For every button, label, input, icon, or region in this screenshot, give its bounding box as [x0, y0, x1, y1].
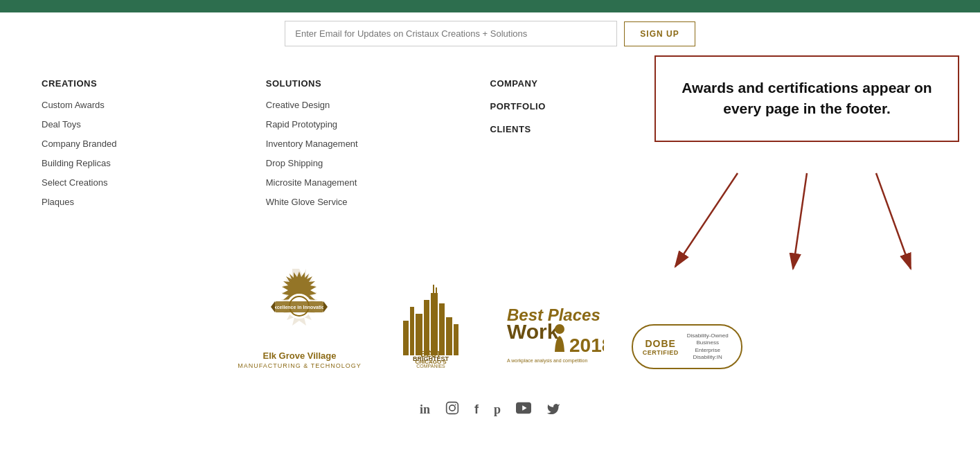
solutions-heading: SOLUTIONS [266, 78, 476, 89]
select-creations-link[interactable]: Select Creations [42, 177, 107, 188]
svg-text:Work: Work [507, 320, 559, 343]
list-item: Select Creations [42, 176, 252, 188]
svg-line-1 [793, 173, 807, 269]
creations-heading: CREATIONS [42, 78, 252, 89]
elk-grove-icon: Excellence in Innovation [254, 263, 344, 346]
creations-col: CREATIONS Custom Awards Deal Toys Compan… [42, 78, 266, 215]
pinterest-icon[interactable]: p [494, 402, 501, 417]
dobe-title: DOBE [643, 338, 679, 349]
youtube-icon[interactable] [516, 402, 531, 418]
arrows-svg [654, 166, 959, 277]
svg-rect-13 [439, 303, 445, 355]
twitter-icon[interactable] [546, 402, 560, 418]
svg-rect-28 [447, 402, 458, 414]
email-bar: SIGN UP [0, 12, 980, 57]
dobe-cert: DOBE CERTIFIED Disability-Owned Business… [632, 324, 742, 369]
annotation-text: Awards and certifications appear on ever… [681, 80, 932, 116]
list-item: White Glove Service [266, 195, 476, 208]
drop-shipping-link[interactable]: Drop Shipping [266, 158, 323, 168]
solutions-list: Creative Design Rapid Prototyping Invent… [266, 98, 476, 208]
list-item: Drop Shipping [266, 157, 476, 169]
svg-rect-8 [403, 321, 409, 355]
svg-rect-10 [416, 314, 422, 355]
building-replicas-link[interactable]: Building Replicas [42, 158, 111, 168]
solutions-col: SOLUTIONS Creative Design Rapid Prototyp… [266, 78, 490, 215]
elk-grove-cert: Excellence in Innovation Elk Grove Villa… [238, 263, 361, 369]
svg-text:A workplace analysis and compe: A workplace analysis and competition [507, 358, 587, 364]
svg-rect-11 [424, 300, 429, 355]
dobe-badge: DOBE CERTIFIED Disability-Owned Business… [632, 324, 742, 369]
svg-text:BRIGHTEST: BRIGHTEST [413, 355, 449, 362]
best-places-icon: Best Places Work 2018 A workplace analys… [500, 300, 604, 369]
creative-design-link[interactable]: Creative Design [266, 100, 330, 110]
svg-text:2018: 2018 [569, 335, 604, 356]
svg-line-2 [876, 173, 911, 269]
signup-button[interactable]: SIGN UP [624, 21, 695, 46]
microsite-management-link[interactable]: Microsite Management [266, 177, 357, 188]
dobe-certified: CERTIFIED [643, 349, 679, 356]
list-item: Custom Awards [42, 98, 252, 111]
elk-grove-subtitle: MANUFACTURING & TECHNOLOGY [238, 362, 361, 369]
email-input[interactable] [285, 21, 617, 46]
svg-text:Excellence in Innovation: Excellence in Innovation [271, 305, 328, 310]
dobe-description: Disability-Owned Business EnterpriseDisa… [684, 332, 731, 362]
svg-line-0 [675, 173, 738, 267]
svg-rect-15 [454, 324, 458, 355]
list-item: Deal Toys [42, 118, 252, 130]
creations-list: Custom Awards Deal Toys Company Branded … [42, 98, 252, 208]
company-branded-link[interactable]: Company Branded [42, 139, 116, 149]
list-item: Plaques [42, 195, 252, 208]
best-places-cert: Best Places Work 2018 A workplace analys… [500, 300, 604, 369]
plaques-link[interactable]: Plaques [42, 197, 74, 207]
list-item: Company Branded [42, 137, 252, 150]
list-item: Creative Design [266, 98, 476, 111]
list-item: Inventory Management [266, 137, 476, 150]
svg-rect-9 [410, 307, 414, 355]
svg-rect-14 [446, 317, 452, 355]
svg-rect-16 [433, 285, 434, 294]
annotation-container: Awards and certifications appear on ever… [654, 55, 959, 142]
social-bar: in f p [0, 390, 980, 432]
svg-point-26 [555, 324, 564, 334]
dobe-left: DOBE CERTIFIED [643, 338, 679, 356]
rapid-prototyping-link[interactable]: Rapid Prototyping [266, 119, 337, 130]
svg-rect-17 [436, 287, 437, 294]
svg-text:COMPANIES: COMPANIES [416, 364, 445, 368]
svg-rect-12 [431, 293, 438, 355]
deal-toys-link[interactable]: Deal Toys [42, 119, 81, 130]
svg-point-29 [449, 405, 455, 411]
page-wrapper: SIGN UP CREATIONS Custom Awards Deal Toy… [0, 0, 980, 432]
facebook-icon[interactable]: f [474, 402, 479, 417]
elk-grove-name: Elk Grove Village [263, 350, 337, 361]
list-item: Rapid Prototyping [266, 118, 476, 130]
linkedin-icon[interactable]: in [420, 402, 430, 417]
chicago-best-cert: CHICAGO'S BEST AND BRIGHTEST COMPANIES [389, 279, 472, 369]
chicago-best-icon: CHICAGO'S BEST AND BRIGHTEST COMPANIES [389, 279, 472, 369]
list-item: Building Replicas [42, 157, 252, 169]
white-glove-service-link[interactable]: White Glove Service [266, 197, 348, 207]
zigzag-bar [0, 0, 980, 12]
list-item: Microsite Management [266, 176, 476, 188]
inventory-management-link[interactable]: Inventory Management [266, 139, 358, 149]
custom-awards-link[interactable]: Custom Awards [42, 100, 105, 110]
svg-text:AND: AND [425, 350, 436, 355]
svg-point-30 [455, 405, 456, 406]
instagram-icon[interactable] [445, 401, 459, 418]
annotation-box: Awards and certifications appear on ever… [654, 55, 959, 142]
